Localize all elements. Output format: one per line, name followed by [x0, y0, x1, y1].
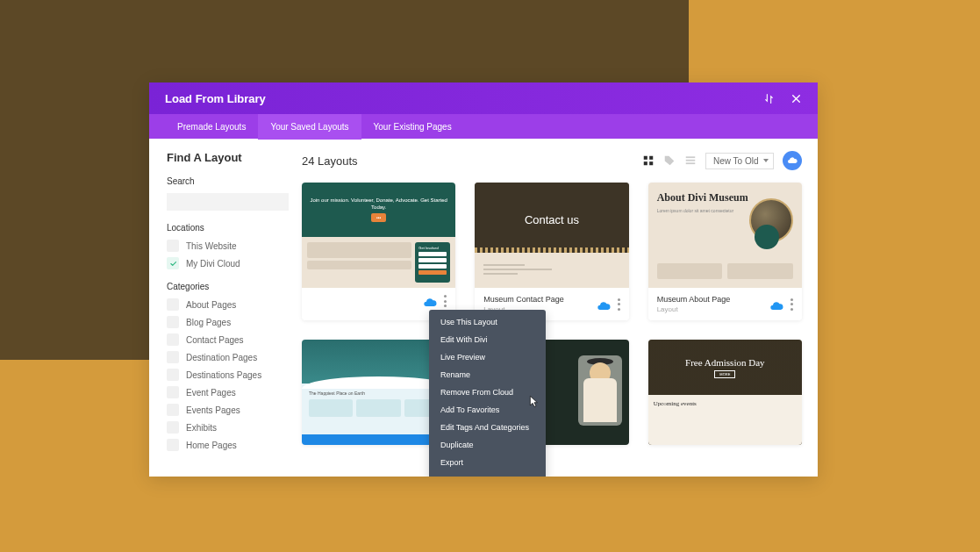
tag-icon[interactable] — [663, 154, 676, 167]
thumb-section: Upcoming events — [654, 400, 797, 407]
tabs: Premade Layouts Your Saved Layouts Your … — [149, 114, 818, 139]
category-label: Contact Pages — [186, 335, 244, 345]
location-my-divi-cloud[interactable]: My Divi Cloud — [167, 257, 279, 269]
checkbox-icon — [167, 386, 179, 398]
menu-item-duplicate[interactable]: Duplicate — [429, 436, 546, 454]
checkbox-icon — [167, 421, 179, 434]
sidebar-title: Find A Layout — [167, 151, 279, 164]
sort-select[interactable]: New To Old — [705, 153, 774, 169]
category-contact-pages[interactable]: Contact Pages — [167, 333, 279, 346]
category-label: Blog Pages — [186, 318, 231, 327]
card-menu-button[interactable] — [618, 298, 620, 311]
location-this-website[interactable]: This Website — [167, 240, 279, 252]
card-thumbnail: Free Admission Day MORE Upcoming events — [648, 340, 802, 445]
checkbox-icon — [167, 298, 179, 311]
category-event-pages[interactable]: Event Pages — [167, 386, 279, 398]
thumb-subtext: Lorem ipsum dolor sit amet consectetur — [657, 208, 739, 213]
card-thumbnail: Contact us — [475, 183, 628, 288]
sort-toggle-icon[interactable] — [763, 93, 775, 104]
category-label: Event Pages — [186, 388, 236, 398]
checkbox-icon — [167, 316, 179, 328]
tab-saved-layouts[interactable]: Your Saved Layouts — [258, 114, 361, 140]
card-thumbnail: Join our mission. Volunteer, Donate, Adv… — [302, 183, 455, 288]
category-label: Events Pages — [186, 405, 240, 415]
card-thumbnail: About Divi Museum Lorem ipsum dolor sit … — [648, 183, 802, 288]
card-menu-button[interactable] — [790, 298, 793, 311]
menu-item-edit-tags-and-categories[interactable]: Edit Tags And Categories — [429, 419, 546, 436]
search-input[interactable] — [167, 193, 289, 211]
checkbox-checked-icon — [167, 257, 179, 269]
card-title: Museum About Page — [657, 295, 769, 304]
category-label: Destination Pages — [186, 353, 257, 362]
svg-rect-0 — [644, 156, 647, 160]
layout-card[interactable]: Free Admission Day MORE Upcoming events — [648, 340, 802, 445]
search-label: Search — [167, 176, 279, 186]
category-label: Destinations Pages — [186, 370, 261, 380]
list-view-icon[interactable] — [684, 154, 697, 167]
category-label: Home Pages — [186, 441, 237, 450]
menu-item-export[interactable]: Export — [429, 454, 546, 471]
layout-card[interactable]: Join our mission. Volunteer, Donate, Adv… — [302, 183, 455, 320]
tab-premade-layouts[interactable]: Premade Layouts — [165, 114, 258, 140]
library-modal: Load From Library Premade Layouts Your S… — [149, 82, 818, 477]
layout-card[interactable]: Contact us Museum Contact Page Layout — [475, 183, 628, 320]
category-home-pages[interactable]: Home Pages — [167, 439, 279, 451]
locations-label: Locations — [167, 223, 279, 233]
cloud-badge[interactable] — [783, 151, 802, 170]
svg-rect-5 — [686, 160, 696, 161]
category-destination-pages[interactable]: Destination Pages — [167, 351, 279, 363]
toolbar: New To Old — [642, 151, 802, 170]
menu-item-add-to-favorites[interactable]: Add To Favorites — [429, 401, 546, 419]
menu-item-use-this-layout[interactable]: Use This Layout — [429, 313, 546, 331]
thumb-headline: Join our mission. Volunteer, Donate, Adv… — [309, 197, 448, 211]
cloud-icon — [423, 296, 437, 306]
category-about-pages[interactable]: About Pages — [167, 298, 279, 311]
categories-label: Categories — [167, 282, 279, 291]
layout-count: 24 Layouts — [302, 154, 358, 168]
cloud-icon — [769, 299, 783, 310]
menu-item-delete[interactable]: Delete — [429, 471, 546, 477]
checkbox-icon — [167, 351, 179, 363]
menu-item-rename[interactable]: Rename — [429, 366, 546, 384]
card-subtitle: Layout — [657, 305, 769, 313]
category-exhibits[interactable]: Exhibits — [167, 421, 279, 434]
category-blog-pages[interactable]: Blog Pages — [167, 316, 279, 328]
close-icon[interactable] — [790, 93, 802, 104]
checkbox-icon — [167, 439, 179, 451]
checkbox-icon — [167, 369, 179, 381]
grid-view-icon[interactable] — [642, 154, 655, 167]
svg-rect-2 — [644, 161, 647, 165]
location-label: My Divi Cloud — [186, 259, 240, 269]
card-menu-button[interactable] — [444, 295, 447, 307]
category-label: About Pages — [186, 300, 236, 310]
cloud-icon — [597, 299, 611, 310]
svg-rect-3 — [649, 161, 653, 165]
thumb-button: ••• — [371, 213, 386, 222]
category-destinations-pages[interactable]: Destinations Pages — [167, 369, 279, 381]
card-title: Museum Contact Page — [483, 295, 596, 304]
category-events-pages[interactable]: Events Pages — [167, 404, 279, 416]
thumb-panel-title: Get Involved — [418, 246, 447, 250]
svg-rect-1 — [649, 156, 653, 160]
sidebar: Find A Layout Search + Filter Locations … — [149, 139, 290, 477]
thumb-headline: Free Admission Day — [685, 357, 764, 368]
layout-card[interactable]: About Divi Museum Lorem ipsum dolor sit … — [648, 183, 802, 320]
thumb-button: MORE — [714, 370, 735, 378]
checkbox-icon — [167, 240, 179, 252]
checkbox-icon — [167, 333, 179, 346]
modal-header: Load From Library — [149, 82, 818, 114]
context-menu: Use This LayoutEdit With DiviLive Previe… — [429, 310, 546, 477]
category-label: Exhibits — [186, 423, 217, 433]
modal-title: Load From Library — [165, 92, 266, 105]
svg-rect-6 — [686, 162, 696, 164]
layout-grid: Join our mission. Volunteer, Donate, Adv… — [302, 183, 802, 445]
main-panel: 24 Layouts New To Old — [290, 139, 818, 477]
thumb-headline: The Happiest Place on Earth — [309, 391, 448, 396]
svg-rect-4 — [686, 156, 696, 158]
tab-existing-pages[interactable]: Your Existing Pages — [361, 114, 464, 140]
menu-item-live-preview[interactable]: Live Preview — [429, 348, 546, 366]
menu-item-remove-from-cloud[interactable]: Remove From Cloud — [429, 384, 546, 401]
checkbox-icon — [167, 404, 179, 416]
menu-item-edit-with-divi[interactable]: Edit With Divi — [429, 331, 546, 348]
thumb-headline: Contact us — [525, 213, 579, 226]
